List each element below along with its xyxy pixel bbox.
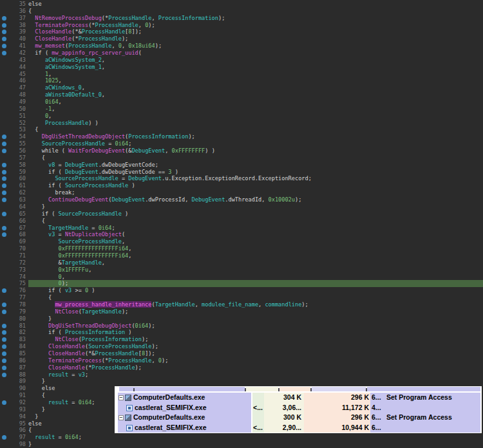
- code-token: ]);: [131, 28, 142, 35]
- breakpoint-icon[interactable]: [0, 364, 9, 371]
- gutter: [0, 420, 9, 427]
- code-token: ): [172, 169, 178, 175]
- collapse-icon[interactable]: −: [118, 415, 124, 420]
- code-line: 45 1,: [0, 71, 483, 78]
- code-text: TerminateProcess(*ProcessHandle, 0);: [28, 22, 483, 29]
- breakpoint-dot: [2, 149, 6, 153]
- description-cell: Set Program Access: [384, 393, 480, 403]
- gutter: [0, 315, 9, 322]
- breakpoint-icon[interactable]: [0, 336, 9, 343]
- window-icon: [126, 425, 133, 431]
- code-token: ,: [151, 357, 158, 364]
- breakpoint-icon[interactable]: [0, 434, 9, 441]
- breakpoint-icon[interactable]: [0, 28, 9, 35]
- breakpoint-icon[interactable]: [0, 301, 9, 308]
- code-line: 50 -1,: [0, 106, 483, 113]
- breakpoint-icon[interactable]: [0, 22, 9, 29]
- code-text: NtClose(ProcessInformation);: [28, 336, 483, 343]
- breakpoint-icon[interactable]: [0, 35, 9, 42]
- code-token: ,: [102, 259, 105, 266]
- code-text: v3 = NtDuplicateObject(: [28, 231, 483, 238]
- process-row[interactable]: castlerat_SEMIFIX.exe<...3,06...11,172 K…: [118, 403, 480, 413]
- code-line: 53 {: [0, 126, 483, 133]
- breakpoint-icon[interactable]: [0, 42, 9, 50]
- code-token: ProcessHandle: [45, 120, 88, 126]
- breakpoint-icon[interactable]: [0, 210, 9, 218]
- breakpoint-icon[interactable]: [0, 175, 9, 182]
- code-token: else: [28, 1, 42, 7]
- breakpoint-icon[interactable]: [0, 350, 9, 357]
- line-number: 91: [9, 392, 28, 399]
- code-token: =: [55, 434, 65, 440]
- process-row[interactable]: −ComputerDefaults.exe304 K296 K6...Set P…: [118, 393, 480, 403]
- breakpoint-icon[interactable]: [0, 133, 9, 140]
- breakpoint-icon[interactable]: [0, 343, 9, 350]
- gutter: [0, 77, 9, 84]
- code-line: 79 NtClose(TargetHandle);: [0, 308, 483, 315]
- gutter: [0, 392, 9, 399]
- code-token: TargetHandle: [62, 259, 102, 266]
- code-token: ProcessHandle: [108, 15, 151, 21]
- breakpoint-icon[interactable]: [0, 329, 9, 336]
- breakpoint-icon[interactable]: [0, 162, 9, 169]
- code-token: ContinueDebugEvent: [48, 196, 108, 203]
- code-token: ): [125, 329, 131, 335]
- line-number: 38: [9, 22, 28, 29]
- breakpoint-icon[interactable]: [0, 140, 9, 147]
- code-token: ,: [102, 64, 105, 70]
- code-text: if ( DebugEvent.dwDebugEventCode == 3 ): [28, 169, 483, 176]
- breakpoint-icon[interactable]: [0, 50, 9, 57]
- code-line: 37 NtRemoveProcessDebug(*ProcessHandle, …: [0, 15, 483, 22]
- code-line: 87 CloseHandle(*ProcessHandle);: [0, 364, 483, 371]
- breakpoint-dot: [2, 359, 6, 363]
- breakpoint-icon[interactable]: [0, 196, 9, 203]
- breakpoint-icon[interactable]: [0, 147, 9, 154]
- code-token: }: [48, 315, 52, 322]
- code-token: break;: [55, 189, 75, 196]
- code-token: ,: [59, 77, 62, 84]
- gutter: [0, 238, 9, 245]
- code-token: TargetHandle: [82, 308, 122, 315]
- breakpoint-icon[interactable]: [0, 399, 9, 406]
- collapse-icon[interactable]: −: [118, 395, 124, 400]
- process-table: −ComputerDefaults.exe304 K296 K6...Set P…: [118, 393, 480, 432]
- process-row[interactable]: castlerat_SEMIFIX.exe<...2,90...10,944 K…: [118, 423, 480, 433]
- breakpoint-icon[interactable]: [0, 308, 9, 315]
- code-token: modulee_file_name: [202, 301, 258, 308]
- line-number: 49: [9, 98, 28, 106]
- highlighted-identifier: mw_process_handle_inheritance: [55, 301, 151, 308]
- code-token: ,: [195, 301, 202, 308]
- code-token: {: [42, 154, 45, 161]
- breakpoint-icon[interactable]: [0, 371, 9, 378]
- line-number: 88: [9, 371, 28, 378]
- breakpoint-icon[interactable]: [0, 182, 9, 189]
- breakpoint-dot: [2, 51, 6, 55]
- breakpoint-icon[interactable]: [0, 322, 9, 330]
- gutter: [0, 280, 9, 287]
- breakpoint-icon[interactable]: [0, 15, 9, 22]
- breakpoint-icon[interactable]: [0, 231, 9, 238]
- pid-cell: 6...: [370, 413, 384, 423]
- process-row[interactable]: −ComputerDefaults.exe300 K296 K6...Set P…: [118, 413, 480, 423]
- code-text: {: [28, 294, 483, 301]
- code-line: 66 {: [0, 218, 483, 225]
- breakpoint-icon[interactable]: [0, 357, 9, 364]
- code-token: ;: [91, 399, 95, 406]
- breakpoint-dot: [2, 435, 6, 440]
- pseudocode-listing: 35else36{37 NtRemoveProcessDebug(*Proces…: [0, 1, 483, 448]
- code-token: );: [301, 301, 308, 308]
- code-text: 1025,: [28, 77, 483, 84]
- code-line: 89 }: [0, 378, 483, 385]
- code-text: mw_memset(ProcessHandle, 0, 0x18ui64);: [28, 42, 483, 50]
- cpu-cell: <...: [252, 423, 264, 433]
- code-token: 0i64: [65, 434, 79, 440]
- code-token: CloseHandle: [35, 35, 71, 42]
- breakpoint-icon[interactable]: [0, 287, 9, 294]
- code-token: 0i64: [99, 225, 112, 231]
- breakpoint-icon[interactable]: [0, 225, 9, 232]
- code-line: 59 if ( DebugEvent.dwDebugEventCode == 3…: [0, 169, 483, 176]
- breakpoint-icon[interactable]: [0, 169, 9, 176]
- code-text: TerminateProcess(*ProcessHandle, 0);: [28, 357, 483, 364]
- code-text: if ( SourceProcessHandle ): [28, 210, 483, 218]
- breakpoint-icon[interactable]: [0, 189, 9, 196]
